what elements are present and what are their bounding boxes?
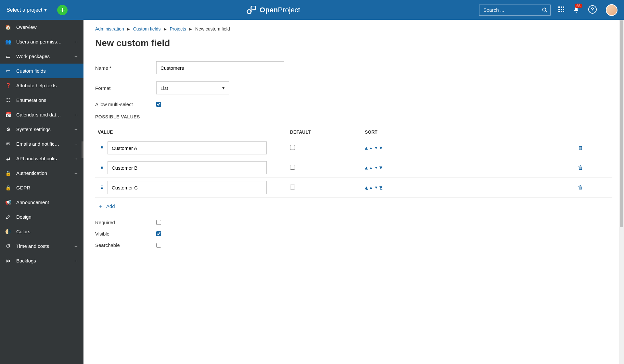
- svg-rect-10: [563, 9, 564, 10]
- col-header-value: VALUE: [95, 129, 290, 135]
- svg-point-3: [543, 8, 546, 11]
- project-selector-label: Select a project: [6, 7, 42, 13]
- breadcrumb-link-custom-fields[interactable]: Custom fields: [133, 26, 161, 31]
- searchable-checkbox[interactable]: [156, 243, 161, 248]
- sidebar-icon: 🔒: [5, 185, 11, 191]
- delete-icon[interactable]: 🗑: [578, 185, 583, 190]
- scrollbar-thumb[interactable]: [620, 20, 623, 227]
- sidebar-item-overview[interactable]: 🏠 Overview: [0, 20, 83, 34]
- svg-rect-5: [558, 6, 560, 8]
- move-top-icon[interactable]: ▲̲: [365, 185, 368, 190]
- notifications-button[interactable]: 65: [573, 6, 579, 14]
- move-up-icon[interactable]: ▲: [369, 146, 373, 150]
- plus-icon: ＋: [98, 202, 104, 210]
- sidebar-item-label: Backlogs: [16, 258, 69, 263]
- add-new-button[interactable]: [57, 5, 68, 15]
- sidebar-item-label: Emails and notific…: [16, 141, 69, 147]
- move-up-icon[interactable]: ▲: [369, 165, 373, 170]
- sidebar-item-label: Design: [16, 214, 78, 220]
- sidebar-item-label: API and webhooks: [16, 156, 69, 161]
- move-down-icon[interactable]: ▼: [374, 165, 378, 170]
- chevron-right-icon: ▶: [127, 27, 130, 31]
- breadcrumb-link-projects[interactable]: Projects: [170, 26, 186, 31]
- caret-down-icon: ▾: [44, 7, 47, 13]
- chevron-right-icon: ▶: [164, 27, 167, 31]
- sidebar-item-attribute-help-texts[interactable]: ❓ Attribute help texts: [0, 78, 83, 93]
- move-top-icon[interactable]: ▲̲: [365, 165, 368, 170]
- drag-handle-icon[interactable]: ⠿: [98, 165, 106, 170]
- default-checkbox[interactable]: [290, 145, 295, 150]
- logo-icon: [247, 6, 256, 14]
- sidebar-item-custom-fields[interactable]: ▭ Custom fields: [0, 64, 83, 78]
- sidebar-item-backlogs[interactable]: ⏮ Backlogs →: [0, 253, 83, 268]
- value-input[interactable]: [108, 181, 267, 194]
- sidebar-item-work-packages[interactable]: ▭ Work packages →: [0, 49, 83, 64]
- move-up-icon[interactable]: ▲: [369, 185, 373, 190]
- project-selector[interactable]: Select a project ▾: [6, 7, 47, 13]
- arrow-right-icon: →: [74, 54, 78, 59]
- sidebar-item-gdpr[interactable]: 🔒 GDPR: [0, 180, 83, 195]
- plus-icon: [59, 7, 65, 13]
- label-name: Name*: [95, 65, 156, 71]
- sidebar-icon: ✉: [5, 141, 11, 147]
- sidebar-item-colors[interactable]: 🌗 Colors: [0, 224, 83, 239]
- sidebar-icon: 📢: [5, 200, 11, 205]
- move-down-icon[interactable]: ▼: [374, 185, 378, 190]
- move-bottom-icon[interactable]: ▼̲: [379, 185, 382, 190]
- delete-icon[interactable]: 🗑: [578, 145, 583, 151]
- help-icon: ?: [588, 5, 597, 14]
- move-bottom-icon[interactable]: ▼̲: [379, 146, 382, 150]
- delete-icon[interactable]: 🗑: [578, 165, 583, 170]
- move-down-icon[interactable]: ▼: [374, 146, 378, 150]
- arrow-right-icon: →: [74, 244, 78, 249]
- default-checkbox[interactable]: [290, 165, 295, 170]
- grid-icon: [558, 6, 564, 12]
- logo-text-light: Project: [278, 6, 300, 14]
- sidebar-icon: ⚙: [5, 127, 11, 132]
- sidebar-item-enumerations[interactable]: ☷ Enumerations: [0, 93, 83, 107]
- move-top-icon[interactable]: ▲̲: [365, 146, 368, 150]
- drag-handle-icon[interactable]: ⠿: [98, 145, 106, 151]
- user-avatar[interactable]: [606, 4, 618, 16]
- required-checkbox[interactable]: [156, 220, 161, 225]
- sidebar-item-system-settings[interactable]: ⚙ System settings →: [0, 122, 83, 137]
- svg-rect-11: [558, 11, 560, 12]
- format-select[interactable]: List ▾: [156, 81, 229, 94]
- sidebar-item-calendars-and-dat[interactable]: 📅 Calendars and dat… →: [0, 107, 83, 122]
- sidebar-item-api-and-webhooks[interactable]: ⇄ API and webhooks →: [0, 151, 83, 166]
- col-header-sort: SORT: [365, 129, 428, 135]
- caret-down-icon: ▾: [222, 85, 225, 91]
- sidebar-icon: ❓: [5, 83, 11, 89]
- sidebar-icon: 🌗: [5, 229, 11, 235]
- sidebar-item-emails-and-notific[interactable]: ✉ Emails and notific… →: [0, 137, 83, 151]
- arrow-right-icon: →: [74, 141, 78, 147]
- drag-handle-icon[interactable]: ⠿: [98, 185, 106, 190]
- default-checkbox[interactable]: [290, 185, 295, 189]
- sidebar-item-announcement[interactable]: 📢 Announcement: [0, 195, 83, 210]
- move-bottom-icon[interactable]: ▼̲: [379, 165, 382, 170]
- scrollbar[interactable]: [619, 20, 624, 364]
- sidebar-icon: 👥: [5, 39, 11, 45]
- visible-checkbox[interactable]: [156, 231, 161, 236]
- modules-button[interactable]: [558, 6, 564, 14]
- name-input[interactable]: [156, 61, 284, 74]
- sidebar-item-authentication[interactable]: 🔒 Authentication →: [0, 166, 83, 180]
- help-button[interactable]: ?: [588, 5, 597, 15]
- col-header-default: DEFAULT: [290, 129, 365, 135]
- breadcrumb-link-administration[interactable]: Administration: [95, 26, 124, 31]
- search-input[interactable]: [479, 5, 551, 16]
- add-value-button[interactable]: ＋ Add: [95, 197, 612, 220]
- svg-rect-12: [561, 11, 562, 12]
- sidebar-item-time-and-costs[interactable]: ⏱ Time and costs →: [0, 239, 83, 253]
- sidebar-item-label: Announcement: [16, 200, 78, 205]
- label-format: Format: [95, 85, 156, 91]
- allow-multi-checkbox[interactable]: [156, 102, 161, 107]
- search-wrapper: [479, 5, 551, 16]
- value-input[interactable]: [108, 141, 267, 154]
- value-input[interactable]: [108, 161, 267, 174]
- notification-badge: 65: [575, 4, 582, 8]
- sidebar-item-design[interactable]: 🖊 Design: [0, 210, 83, 224]
- svg-rect-7: [563, 6, 564, 8]
- sidebar-item-label: System settings: [16, 127, 69, 132]
- sidebar-item-users-and-permiss[interactable]: 👥 Users and permiss… →: [0, 34, 83, 49]
